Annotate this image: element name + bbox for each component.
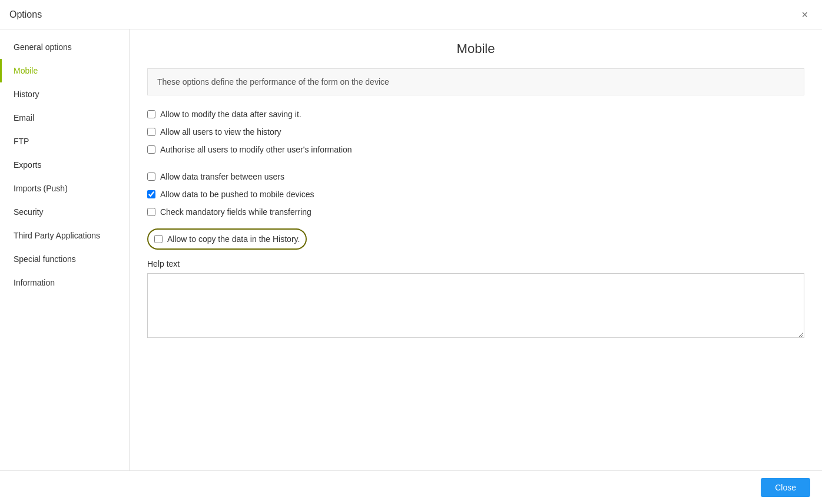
- sidebar-item-history[interactable]: History: [0, 82, 129, 106]
- info-text: These options define the performance of …: [157, 77, 389, 87]
- sidebar-item-security[interactable]: Security: [0, 200, 129, 224]
- modify-after-save-checkbox[interactable]: [147, 110, 155, 118]
- copy-history-checkbox[interactable]: [154, 235, 163, 243]
- data-transfer-label: Allow data transfer between users: [160, 172, 284, 181]
- authorise-modify-checkbox[interactable]: [147, 145, 155, 154]
- data-transfer-checkbox[interactable]: [147, 173, 155, 181]
- push-mobile-checkbox[interactable]: [147, 190, 155, 198]
- checkbox-row-view-history: Allow all users to view the history: [147, 127, 804, 137]
- checkbox-row-check-mandatory: Check mandatory fields while transferrin…: [147, 207, 804, 217]
- check-mandatory-checkbox[interactable]: [147, 208, 155, 216]
- sidebar-item-information[interactable]: Information: [0, 271, 129, 294]
- checkbox-row-data-transfer: Allow data transfer between users: [147, 172, 804, 181]
- check-mandatory-label: Check mandatory fields while transferrin…: [160, 207, 311, 217]
- page-title: Mobile: [147, 41, 804, 57]
- view-history-label: Allow all users to view the history: [160, 127, 281, 137]
- help-text-label: Help text: [147, 259, 804, 268]
- view-history-checkbox[interactable]: [147, 128, 155, 136]
- sidebar-item-mobile[interactable]: Mobile: [0, 59, 129, 82]
- sidebar-item-special-functions[interactable]: Special functions: [0, 247, 129, 271]
- checkbox-row-push-mobile: Allow data to be pushed to mobile device…: [147, 190, 804, 199]
- sidebar-item-exports[interactable]: Exports: [0, 153, 129, 177]
- copy-history-label: Allow to copy the data in the History.: [167, 234, 300, 244]
- dialog-title: Options: [9, 9, 42, 20]
- options-dialog: Options × General optionsMobileHistoryEm…: [0, 0, 822, 504]
- sidebar-item-general-options[interactable]: General options: [0, 35, 129, 59]
- dialog-footer: Close: [0, 470, 822, 504]
- sidebar-item-imports-push[interactable]: Imports (Push): [0, 177, 129, 200]
- checkbox-row-authorise-modify: Authorise all users to modify other user…: [147, 145, 804, 154]
- authorise-modify-label: Authorise all users to modify other user…: [160, 145, 352, 154]
- push-mobile-label: Allow data to be pushed to mobile device…: [160, 190, 314, 199]
- sidebar-item-third-party[interactable]: Third Party Applications: [0, 224, 129, 247]
- dialog-header: Options ×: [0, 0, 822, 29]
- info-box: These options define the performance of …: [147, 68, 804, 95]
- help-text-section: Help text: [147, 259, 804, 340]
- sidebar: General optionsMobileHistoryEmailFTPExpo…: [0, 29, 130, 470]
- dialog-close-button[interactable]: ×: [797, 7, 813, 22]
- highlighted-checkbox-row: Allow to copy the data in the History.: [147, 228, 307, 250]
- main-content: Mobile These options define the performa…: [130, 29, 822, 470]
- help-textarea[interactable]: [147, 273, 804, 338]
- dialog-body: General optionsMobileHistoryEmailFTPExpo…: [0, 29, 822, 470]
- checkbox-row-modify-after-save: Allow to modify the data after saving it…: [147, 110, 804, 119]
- modify-after-save-label: Allow to modify the data after saving it…: [160, 110, 301, 119]
- sidebar-item-email[interactable]: Email: [0, 106, 129, 130]
- close-button[interactable]: Close: [761, 478, 810, 497]
- sidebar-item-ftp[interactable]: FTP: [0, 130, 129, 153]
- checkboxes-group: Allow to modify the data after saving it…: [147, 110, 804, 217]
